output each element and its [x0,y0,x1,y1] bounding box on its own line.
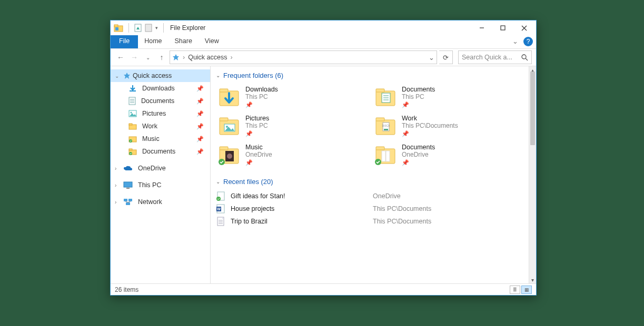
svg-rect-29 [124,199,127,201]
separator [128,23,129,33]
close-button[interactable] [513,22,534,34]
section-header-frequent[interactable]: ⌄ Frequent folders (6) [216,72,523,79]
svg-rect-35 [220,89,228,92]
breadcrumb-sep[interactable]: › [231,54,233,61]
svg-text:W: W [217,207,221,211]
recent-file-row[interactable]: Gift ideas for Stan!OneDrive [216,190,523,202]
navpane-quick-access[interactable]: ⌄ Quick access [111,69,210,82]
ribbon-tab-share[interactable]: Share [169,35,199,48]
content-scroll-area[interactable]: ⌄ Frequent folders (6) DownloadsThis PC📌… [211,66,529,283]
network-icon [123,198,133,206]
svg-rect-59 [386,151,390,161]
maximize-button[interactable] [492,22,513,34]
details-view-button[interactable]: ≣ [510,286,520,294]
navpane-item[interactable]: Work📌 [111,120,210,133]
navpane-item[interactable]: Documents📌 [111,145,210,158]
svg-point-19 [131,112,132,114]
qat-properties-icon[interactable] [134,24,142,32]
file-explorer-window: ▾ File Explorer File Home Share View ⌄ ?… [110,20,537,296]
folder-icon [218,115,240,137]
onedrive-icon [123,165,133,171]
recent-locations-button[interactable]: ⌄ [142,51,154,64]
recent-file-location: This PC\Documents [373,205,431,212]
navpane-root-thispc[interactable]: ›This PC [111,179,210,191]
chevron-down-icon[interactable]: ⌄ [115,73,121,79]
status-bar: 26 items ≣ ▦ [111,283,536,295]
content-pane: ⌄ Frequent folders (6) DownloadsThis PC📌… [211,66,536,283]
recent-file-name: House projects [231,205,368,212]
recent-file-location: OneDrive [373,192,401,200]
qat-newfolder-icon[interactable] [145,24,152,32]
folder-icon [218,86,240,108]
svg-rect-2 [115,27,118,30]
minimize-button[interactable] [471,22,492,34]
svg-point-54 [227,154,232,159]
address-bar[interactable]: › Quick access › ⌄ [170,50,437,64]
svg-rect-43 [220,118,228,121]
address-history-dropdown-icon[interactable]: ⌄ [429,54,434,62]
pin-icon: 📌 [196,148,208,155]
folder-name: Documents [402,86,435,93]
pin-icon: 📌 [402,159,435,166]
recent-file-row[interactable]: WHouse projectsThis PC\Documents [216,202,523,215]
breadcrumb-location[interactable]: Quick access [188,54,227,61]
svg-line-11 [526,58,528,60]
frequent-folder-item[interactable]: DownloadsThis PC📌 [216,84,367,110]
search-box[interactable]: Search Quick a... [458,50,532,64]
folder-name: Documents [402,144,435,151]
chevron-right-icon[interactable]: › [115,166,121,171]
navpane-root-label: OneDrive [138,165,166,172]
title-bar: ▾ File Explorer [111,21,536,35]
navpane-root-label: Network [138,198,162,206]
recent-file-row[interactable]: Trip to BrazilThis PC\Documents [216,215,523,228]
vertical-scrollbar[interactable]: ▴ ▾ [529,66,536,283]
navpane-item[interactable]: Documents📌 [111,95,210,107]
svg-rect-30 [128,199,132,201]
navpane-root-network[interactable]: ›Network [111,196,210,208]
ribbon-collapse-icon[interactable]: ⌄ [509,35,521,48]
svg-rect-13 [130,90,136,91]
svg-rect-25 [129,149,132,150]
frequent-folder-item[interactable]: MusicOneDrive📌 [216,141,367,168]
chevron-right-icon[interactable]: › [115,199,121,205]
svg-point-26 [129,152,132,155]
help-button[interactable]: ? [523,37,533,46]
pin-icon: 📌 [196,85,208,92]
status-item-count: 26 items [115,286,138,293]
qat-dropdown-icon[interactable]: ▾ [155,25,158,30]
ribbon-tab-home[interactable]: Home [138,35,168,48]
back-button[interactable]: ← [115,51,126,64]
folder-name: Music [245,144,272,151]
forward-button[interactable]: → [128,51,140,64]
section-header-recent[interactable]: ⌄ Recent files (20) [216,178,523,186]
recent-files-list: Gift ideas for Stan!OneDriveWHouse proje… [216,190,523,228]
navpane-root-onedrive[interactable]: ›OneDrive [111,162,210,175]
folder-location: This PC [402,93,435,100]
scrollbar-thumb[interactable] [530,72,535,145]
frequent-folder-item[interactable]: DOCXWorkThis PC\Documents📌 [372,113,523,139]
file-icon [216,217,225,226]
frequent-folder-item[interactable]: DocumentsThis PC📌 [372,84,523,110]
scroll-down-arrow-icon[interactable]: ▾ [529,276,536,283]
pin-icon: 📌 [402,130,458,137]
svg-rect-6 [501,26,505,30]
large-icons-view-button[interactable]: ▦ [521,286,532,294]
ribbon-tab-view[interactable]: View [199,35,225,48]
up-button[interactable]: ↑ [156,51,167,64]
navpane-item[interactable]: Music📌 [111,133,210,145]
chevron-down-icon: ⌄ [216,73,220,78]
folder-location: This PC\Documents [402,122,458,129]
ribbon-tabs: File Home Share View ⌄ ? [111,35,536,49]
frequent-folder-item[interactable]: DocumentsOneDrive📌 [372,141,523,168]
frequent-folder-item[interactable]: PicturesThis PC📌 [216,113,367,139]
search-icon[interactable] [521,54,528,61]
chevron-right-icon[interactable]: › [115,182,121,188]
svg-rect-47 [376,118,384,121]
ribbon-tab-file[interactable]: File [111,35,138,48]
navpane-item[interactable]: Pictures📌 [111,107,210,120]
folder-icon [218,144,240,166]
navpane-item[interactable]: Downloads📌 [111,82,210,95]
body: ⌄ Quick access Downloads📌Documents📌Pictu… [111,66,536,283]
refresh-button[interactable]: ⟳ [439,50,453,64]
frequent-folders-grid: DownloadsThis PC📌DocumentsThis PC📌Pictur… [216,84,523,168]
